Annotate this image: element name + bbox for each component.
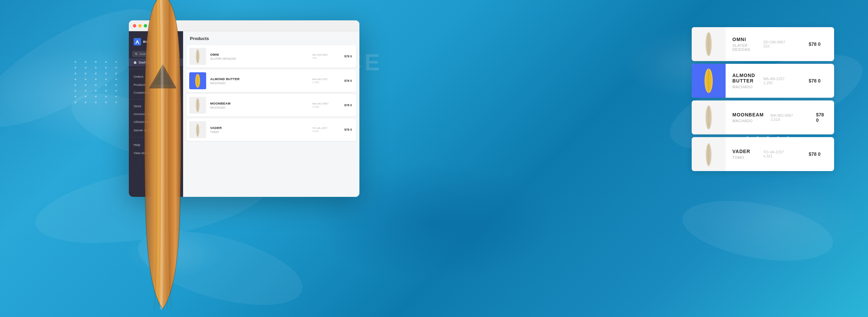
float-surfboard-icon-moonbeam [702,104,715,131]
product-row-almond[interactable]: ALMOND BUTTER MACHADO MA-AB-2257 1,250 $… [186,70,356,92]
float-card-price-almond: $78 0 [802,78,827,83]
float-card-name-moonbeam: MOONBEAM [732,112,764,117]
surfboard-icon-vader [193,122,202,137]
sidebar-item-server[interactable]: Server settings [129,126,183,134]
product-row-vader[interactable]: VADER TOMO TO-VA-2257 4,321 $78 0 [186,118,356,141]
store-label: Store [134,104,141,108]
nav-divider [129,69,183,69]
advanced-label: Advanced settings [134,120,160,124]
product-sku-almond: MA-AB-2257 1,250 [312,78,336,84]
search-label: Search [139,52,149,56]
logo-text: BIGCOMMERCE [143,40,169,43]
water-ripple-6 [678,191,838,271]
float-card-almond[interactable]: ALMOND BUTTER MACHADO MA-AB-2257 1,250 $… [692,64,834,98]
float-card-thumb-almond [692,64,726,98]
surfboard-icon-almond [193,73,202,89]
sidebar-search[interactable]: Search [132,51,180,57]
sidebar-item-viewstore[interactable]: View store ↗ [129,149,183,157]
product-price-moonbeam: $78 0 [340,104,352,107]
sidebar-item-products[interactable]: Products [129,81,183,89]
home-icon [134,61,137,64]
float-card-brand-vader: TOMO [732,155,756,160]
float-surfboard-icon-almond [702,67,715,94]
customers-label: Customers [134,91,149,94]
product-info-vader: VADER TOMO [210,126,308,134]
browser-titlebar [129,20,359,31]
products-header: Products [183,31,359,45]
product-thumb-moonbeam [189,97,206,114]
sidebar-item-advanced[interactable]: Advanced settings [129,118,183,126]
floating-cards: OMNI SLATER DESIGNS SD-OM-9987 310 $78 0… [692,27,834,171]
product-sku-vader: TO-VA-2257 4,321 [312,127,336,133]
sidebar-item-account[interactable]: Account settings [129,110,183,118]
float-card-sku-moonbeam: MA-MO-9987 2,518 [771,113,801,122]
float-card-body-vader: VADER TOMO [726,143,763,165]
sidebar-item-orders[interactable]: Orders [129,72,183,81]
product-info-moonbeam: MOONBEAM MACHADO [210,101,308,109]
float-card-meta-omni: SD-OM-9987 310 $78 0 [763,40,834,48]
sidebar-item-store[interactable]: Store [129,102,183,110]
float-card-body-omni: OMNI SLATER DESIGNS [726,31,763,57]
product-name-omni: OMNI [210,53,308,56]
sidebar-item-customers[interactable]: Customers [129,89,183,96]
float-card-name-vader: VADER [732,149,756,154]
float-card-body-almond: ALMOND BUTTER MACHADO [726,67,763,94]
dot-grid-left: (function(){ const g = document.currentS… [75,61,121,103]
product-brand-almond: MACHADO [210,81,308,85]
float-card-sku-vader: TO-VA-2257 4,321 [763,150,794,158]
float-card-brand-almond: MACHADO [732,85,756,89]
float-card-price-moonbeam: $78 0 [809,112,831,123]
product-thumb-vader [189,121,206,138]
float-card-moonbeam[interactable]: MOONBEAM MACHADO MA-MO-9987 2,518 $78 0 [692,100,834,134]
float-card-vader[interactable]: VADER TOMO TO-VA-2257 4,321 $78 0 [692,137,834,171]
products-panel: Products OMNI SLATER DESIGNS SD-OM-9987 [183,31,359,197]
sidebar: BIGCOMMERCE Search Dashboard Orders Prod… [129,31,183,197]
product-info-almond: ALMOND BUTTER MACHADO [210,77,308,85]
nav-divider-3 [129,137,183,137]
product-thumb-almond [189,72,206,89]
dashboard-label: Dashboard [139,60,154,64]
minimize-dot [138,24,142,27]
viewstore-label: View store ↗ [134,151,152,155]
svg-point-2 [135,53,137,55]
product-sku-moonbeam: MA-MO-9987 2,518 [312,102,336,108]
float-card-thumb-omni [692,27,726,61]
float-card-thumb-moonbeam [692,100,726,134]
products-label: Products [134,83,146,87]
float-surfboard-icon-omni [702,31,715,58]
product-thumb-omni [189,48,206,65]
close-dot [133,24,136,27]
product-price-vader: $78 0 [340,128,352,131]
float-card-sku-almond: MA-AB-2257 1,250 [763,77,794,85]
account-label: Account settings [134,112,157,116]
product-price-almond: $78 0 [340,79,352,82]
product-brand-omni: SLATER DESIGNS [210,57,308,60]
surfboard-icon-moonbeam [193,97,202,113]
product-price-omni: $78 0 [340,55,352,58]
help-label: Help [134,143,140,147]
float-card-price-vader: $78 0 [802,151,827,157]
float-card-price-omni: $78 0 [802,41,827,47]
float-card-sku-omni: SD-OM-9987 310 [763,40,794,48]
surfboard-icon-omni [193,49,202,64]
orders-label: Orders [134,75,143,78]
float-card-name-omni: OMNI [732,37,756,42]
server-label: Server settings [134,128,155,132]
product-list: OMNI SLATER DESIGNS SD-OM-9987 310 $78 0 [183,45,359,141]
svg-line-3 [137,54,137,55]
float-card-omni[interactable]: OMNI SLATER DESIGNS SD-OM-9987 310 $78 0 [692,27,834,61]
product-row-moonbeam[interactable]: MOONBEAM MACHADO MA-MO-9987 2,518 $78 0 [186,94,356,116]
sidebar-item-dashboard[interactable]: Dashboard [129,58,183,66]
float-card-meta-almond: MA-AB-2257 1,250 $78 0 [763,77,834,85]
browser-window: BIGCOMMERCE Search Dashboard Orders Prod… [129,20,359,197]
product-info-omni: OMNI SLATER DESIGNS [210,53,308,60]
product-name-almond: ALMOND BUTTER [210,77,308,81]
product-sku-omni: SD-OM-9987 310 [312,53,336,59]
float-card-body-moonbeam: MOONBEAM MACHADO [726,107,771,128]
product-brand-vader: TOMO [210,130,308,134]
product-name-moonbeam: MOONBEAM [210,101,308,105]
search-icon [135,53,138,55]
sidebar-item-help[interactable]: Help [129,140,183,149]
product-row-omni[interactable]: OMNI SLATER DESIGNS SD-OM-9987 310 $78 0 [186,45,356,68]
float-card-name-almond: ALMOND BUTTER [732,73,756,83]
